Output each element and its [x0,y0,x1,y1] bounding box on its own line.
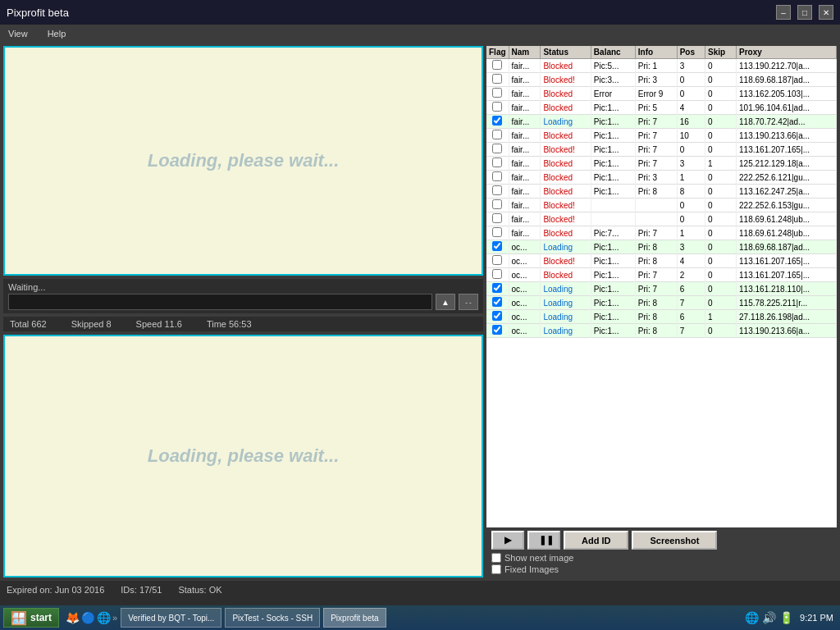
row-checkbox-19[interactable] [492,325,502,335]
row-name: fair... [509,101,541,115]
row-checkbox-3[interactable] [492,102,502,112]
row-checkbox-8[interactable] [492,171,502,181]
app-title: Pixprofit beta [7,7,69,19]
row-status: Loading [541,115,591,129]
row-checkbox-cell[interactable] [486,185,509,199]
table-row: fair... Blocked Pic:5... Pri: 1 3 0 113.… [486,59,837,73]
row-checkbox-7[interactable] [492,158,502,167]
row-status: Blocked! [541,254,591,268]
row-checkbox-2[interactable] [492,88,502,98]
row-checkbox-cell[interactable] [486,296,509,310]
row-info [635,199,677,212]
row-checkbox-cell[interactable] [486,171,509,185]
row-checkbox-16[interactable] [492,283,502,293]
row-info: Error 9 [635,87,677,101]
row-proxy: 118.70.72.42|ad... [737,115,837,129]
row-checkbox-cell[interactable] [486,268,509,282]
row-checkbox-cell[interactable] [486,115,509,129]
table-row: fair... Blocked Pic:1... Pri: 5 4 0 101.… [486,101,837,115]
screenshot-button[interactable]: Screenshot [632,531,717,550]
table-row: oc... Blocked Pic:1... Pri: 7 2 0 113.16… [486,268,837,282]
row-name: fair... [509,226,541,240]
row-info: Pri: 8 [635,296,677,310]
taskbar-item-2[interactable]: Pixprofit beta [323,608,386,628]
row-balance: Pic:1... [591,296,635,310]
taskbar-item-1[interactable]: PixTest - Socks - SSH [225,608,320,628]
show-next-image-label[interactable]: Show next image [491,553,832,563]
taskbar-item-0[interactable]: Verified by BQT - Topi... [121,608,221,628]
maximize-button[interactable]: □ [797,5,812,20]
row-checkbox-cell[interactable] [486,310,509,324]
row-checkbox-5[interactable] [492,130,502,139]
row-checkbox-4[interactable] [492,116,502,126]
row-name: fair... [509,73,541,87]
row-checkbox-cell[interactable] [486,101,509,115]
play-button[interactable]: ▶ [491,531,524,550]
row-checkbox-15[interactable] [492,269,502,279]
row-balance: Pic:1... [591,185,635,199]
fixed-images-label[interactable]: Fixed Images [491,564,832,574]
row-checkbox-11[interactable] [492,213,502,223]
row-checkbox-cell[interactable] [486,129,509,143]
row-checkbox-cell[interactable] [486,157,509,171]
row-checkbox-13[interactable] [492,241,502,251]
row-balance: Pic:7... [591,226,635,240]
add-id-button[interactable]: Add ID [564,531,628,550]
pause-button[interactable]: ❚❚ [527,531,560,550]
row-status: Blocked! [541,73,591,87]
row-checkbox-6[interactable] [492,144,502,153]
progress-up-button[interactable]: ▲ [436,294,455,310]
row-name: oc... [509,282,541,296]
row-balance: Pic:1... [591,101,635,115]
menu-view[interactable]: View [3,27,33,40]
row-checkbox-1[interactable] [492,74,502,84]
row-checkbox-cell[interactable] [486,254,509,268]
fixed-images-checkbox[interactable] [491,564,501,574]
row-checkbox-cell[interactable] [486,226,509,240]
row-info: Pri: 8 [635,185,677,199]
row-skip: 0 [705,115,736,129]
show-next-image-checkbox[interactable] [491,553,501,563]
row-checkbox-10[interactable] [492,199,502,209]
row-checkbox-cell[interactable] [486,212,509,226]
row-checkbox-14[interactable] [492,255,502,265]
menu-help[interactable]: Help [43,27,71,40]
col-balance: Balanc [591,46,635,59]
col-proxy: Proxy [737,46,837,59]
row-checkbox-cell[interactable] [486,240,509,254]
row-pos: 10 [677,129,705,143]
table-row: fair... Blocked Pic:1... Pri: 7 10 0 113… [486,129,837,143]
close-button[interactable]: ✕ [819,5,833,20]
row-info: Pri: 3 [635,171,677,185]
right-bottom-controls: ▶ ❚❚ Add ID Screenshot Show next image F… [486,527,837,578]
row-checkbox-18[interactable] [492,311,502,321]
row-balance: Pic:1... [591,143,635,157]
row-checkbox-cell[interactable] [486,282,509,296]
clock: 9:21 PM [797,613,837,623]
row-skip: 0 [705,73,736,87]
row-name: oc... [509,310,541,324]
progress-dash-button[interactable]: - - [459,294,478,310]
row-checkbox-0[interactable] [492,60,502,70]
row-checkbox-12[interactable] [492,227,502,237]
minimize-button[interactable]: – [776,5,791,20]
row-checkbox-cell[interactable] [486,73,509,87]
icon-separator: » [112,613,117,623]
table-row: fair... Blocked Error Error 9 0 0 113.16… [486,87,837,101]
row-checkbox-9[interactable] [492,185,502,195]
row-pos: 2 [677,268,705,282]
table-container[interactable]: Flag Nam Status Balanc Info Pos Skip Pro… [486,46,837,527]
row-balance: Pic:5... [591,59,635,73]
table-body: fair... Blocked Pic:5... Pri: 1 3 0 113.… [486,59,837,338]
table-row: fair... Blocked! Pic:3... Pri: 3 0 0 118… [486,73,837,87]
table-row: fair... Blocked Pic:1... Pri: 3 1 0 222.… [486,171,837,185]
row-checkbox-cell[interactable] [486,87,509,101]
start-button[interactable]: 🪟 start [3,608,59,628]
row-proxy: 27.118.26.198|ad... [737,310,837,324]
row-status: Blocked! [541,143,591,157]
row-checkbox-17[interactable] [492,297,502,307]
row-checkbox-cell[interactable] [486,59,509,73]
row-checkbox-cell[interactable] [486,199,509,212]
row-checkbox-cell[interactable] [486,143,509,157]
row-checkbox-cell[interactable] [486,324,509,338]
